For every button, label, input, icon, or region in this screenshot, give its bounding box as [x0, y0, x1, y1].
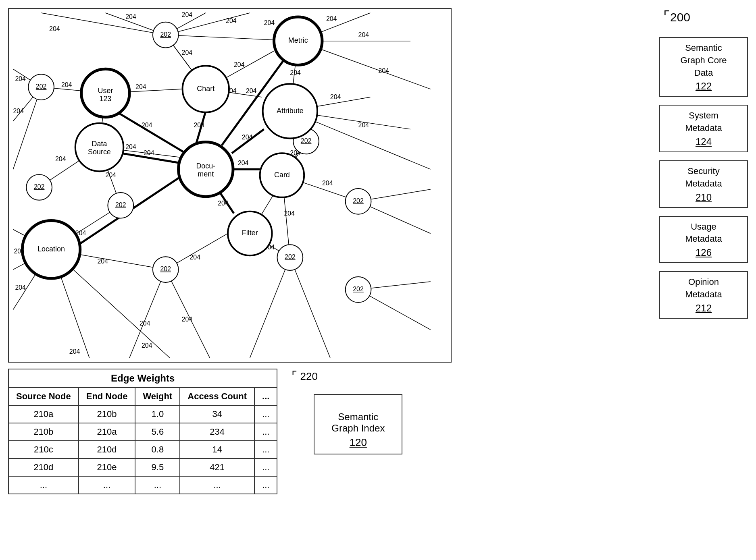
- sgindex-box: SemanticGraph Index 120: [314, 394, 402, 454]
- svg-text:Data: Data: [92, 140, 107, 148]
- svg-text:202: 202: [36, 83, 47, 90]
- svg-text:204: 204: [264, 19, 275, 26]
- sidebar-box-label-1: SystemMetadata: [685, 110, 722, 135]
- svg-text:204: 204: [55, 156, 66, 162]
- svg-text:202: 202: [34, 183, 45, 190]
- svg-text:204: 204: [144, 149, 154, 156]
- svg-text:204: 204: [234, 61, 245, 68]
- sidebar-ref-1: 124: [696, 136, 712, 147]
- sidebar-box-usage-metadata: UsageMetadata 126: [659, 216, 748, 263]
- cell: ...: [254, 441, 277, 458]
- svg-text:204: 204: [194, 122, 204, 129]
- sidebar-box-label-0: SemanticGraph CoreData: [681, 42, 727, 79]
- col-access: Access Count: [180, 388, 254, 405]
- sidebar-box-label-4: OpinionMetadata: [685, 276, 722, 301]
- sidebar-ref-2: 210: [696, 192, 712, 203]
- svg-text:204: 204: [284, 210, 295, 217]
- svg-text:202: 202: [160, 31, 171, 38]
- cell: 210c: [8, 441, 79, 458]
- col-source: Source Node: [8, 388, 79, 405]
- sidebar-box-label-3: UsageMetadata: [685, 221, 722, 246]
- page-container: 204 204 204 204 204 204 204 204 204: [0, 0, 756, 560]
- cell: 9.5: [135, 458, 180, 476]
- svg-text:204: 204: [246, 87, 257, 94]
- main-area: 204 204 204 204 204 204 204 204 204: [0, 0, 651, 560]
- table-row: ... ... ... ... ...: [8, 476, 277, 494]
- svg-text:202: 202: [353, 286, 364, 292]
- sidebar-box-system-metadata: SystemMetadata 124: [659, 105, 748, 152]
- svg-text:204: 204: [322, 180, 333, 187]
- svg-text:Attribute: Attribute: [277, 107, 304, 115]
- col-more: ...: [254, 388, 277, 405]
- sidebar-ref-4: 212: [696, 303, 712, 314]
- sidebar-ref-3: 126: [696, 247, 712, 258]
- svg-text:204: 204: [182, 11, 193, 18]
- cell: 0.8: [135, 441, 180, 458]
- svg-text:204: 204: [290, 69, 301, 76]
- svg-text:204: 204: [242, 134, 253, 141]
- svg-text:Filter: Filter: [242, 229, 258, 237]
- cell: ...: [254, 423, 277, 441]
- svg-text:204: 204: [326, 15, 337, 22]
- cell: 5.6: [135, 423, 180, 441]
- svg-text:202: 202: [115, 201, 126, 208]
- svg-text:204: 204: [330, 93, 341, 100]
- sgindex-label: SemanticGraph Index: [331, 400, 385, 434]
- col-weight: Weight: [135, 388, 180, 405]
- svg-text:204: 204: [218, 200, 229, 207]
- svg-text:123: 123: [99, 95, 111, 103]
- svg-text:204: 204: [378, 67, 389, 74]
- table-row: 210a 210b 1.0 34 ...: [8, 405, 277, 423]
- sidebar-box-opinion-metadata: OpinionMetadata 212: [659, 271, 748, 319]
- sidebar-ref-0: 122: [696, 81, 712, 92]
- cell: 1.0: [135, 405, 180, 423]
- svg-text:204: 204: [125, 143, 136, 150]
- svg-text:204: 204: [69, 348, 80, 355]
- svg-text:Source: Source: [88, 148, 111, 156]
- index-section: ⌜ 220 SemanticGraph Index 120: [289, 369, 402, 454]
- svg-text:204: 204: [358, 31, 369, 38]
- svg-text:Location: Location: [37, 245, 65, 253]
- cell: 210a: [79, 423, 135, 441]
- edge-table-title: Edge Weights: [8, 369, 277, 387]
- cell: 210b: [79, 405, 135, 423]
- svg-text:204: 204: [182, 316, 193, 323]
- svg-line-92: [232, 129, 264, 153]
- svg-text:204: 204: [182, 49, 193, 56]
- svg-text:204: 204: [125, 13, 136, 20]
- svg-text:204: 204: [49, 25, 60, 32]
- graph-area: 204 204 204 204 204 204 204 204 204: [8, 8, 452, 363]
- graph-svg: 204 204 204 204 204 204 204 204 204: [9, 9, 451, 362]
- svg-line-41: [290, 257, 330, 358]
- sidebar-box-label-2: SecurityMetadata: [685, 165, 722, 190]
- svg-text:Metric: Metric: [288, 36, 308, 44]
- cell: ...: [180, 476, 254, 494]
- bottom-section: Edge Weights Source Node End Node Weight…: [8, 369, 651, 494]
- svg-text:User: User: [98, 87, 113, 95]
- table-row: 210b 210a 5.6 234 ...: [8, 423, 277, 441]
- cell: ...: [8, 476, 79, 494]
- svg-text:202: 202: [160, 265, 171, 272]
- sidebar-box-security-metadata: SecurityMetadata 210: [659, 160, 748, 208]
- svg-text:204: 204: [142, 122, 152, 129]
- svg-text:204: 204: [140, 320, 150, 327]
- cell: ...: [254, 476, 277, 494]
- svg-text:Chart: Chart: [197, 85, 215, 93]
- svg-text:202: 202: [301, 137, 312, 144]
- svg-text:Docu-: Docu-: [196, 162, 215, 170]
- cell: 210b: [8, 423, 79, 441]
- sgindex-ref: 120: [350, 436, 367, 449]
- cell: 14: [180, 441, 254, 458]
- right-sidebar: ⌜200 SemanticGraph CoreData 122 SystemMe…: [651, 0, 756, 560]
- svg-text:204: 204: [190, 254, 200, 261]
- svg-text:204: 204: [135, 83, 146, 90]
- col-end: End Node: [79, 388, 135, 405]
- cell: ...: [79, 476, 135, 494]
- cell: 210d: [79, 441, 135, 458]
- svg-text:Card: Card: [274, 171, 290, 179]
- cell: 210e: [79, 458, 135, 476]
- svg-text:202: 202: [285, 253, 296, 260]
- cell: 234: [180, 423, 254, 441]
- cell: 210d: [8, 458, 79, 476]
- ref-220-label: ⌜ 220: [292, 369, 402, 383]
